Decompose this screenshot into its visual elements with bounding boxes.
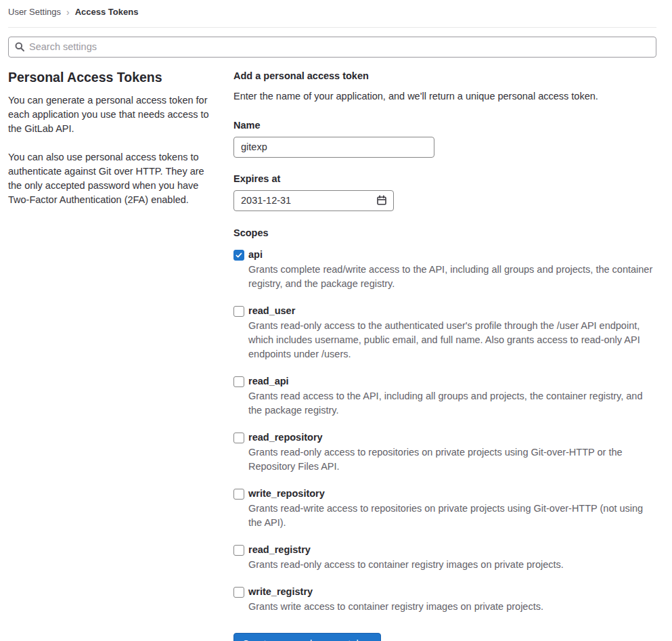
scope-checkbox[interactable] — [233, 250, 244, 261]
expires-at-field — [233, 190, 394, 211]
description-paragraph: You can also use personal access tokens … — [8, 150, 211, 207]
scope-label[interactable]: api — [248, 248, 656, 262]
scope-checkbox[interactable] — [233, 587, 244, 598]
expires-at-label: Expires at — [233, 172, 656, 186]
scope-checkbox[interactable] — [233, 489, 244, 500]
scope-label[interactable]: write_registry — [248, 585, 656, 599]
form-subtitle: Enter the name of your application, and … — [233, 89, 656, 104]
scope-item: read_registry Grants read-only access to… — [233, 543, 656, 572]
search-icon — [14, 41, 25, 52]
scope-label[interactable]: write_repository — [248, 487, 656, 501]
breadcrumb-access-tokens: Access Tokens — [75, 6, 139, 19]
scope-checkbox[interactable] — [233, 376, 244, 387]
expires-at-input[interactable] — [233, 190, 394, 211]
scope-checkbox[interactable] — [233, 545, 244, 556]
scope-checkbox[interactable] — [233, 306, 244, 317]
scope-label[interactable]: read_user — [248, 304, 656, 318]
scope-description: Grants complete read/write access to the… — [248, 263, 656, 291]
scope-label[interactable]: read_registry — [248, 543, 656, 557]
settings-search — [8, 37, 656, 58]
scope-description: Grants read-only access to the authentic… — [248, 319, 656, 361]
scope-item: read_api Grants read access to the API, … — [233, 374, 656, 418]
scope-item: api Grants complete read/write access to… — [233, 248, 656, 291]
scope-label[interactable]: read_api — [248, 374, 656, 389]
search-input[interactable] — [8, 37, 656, 58]
scope-checkbox[interactable] — [233, 433, 244, 443]
scope-description: Grants read-write access to repositories… — [248, 502, 656, 530]
description-paragraph: You can generate a personal access token… — [8, 93, 211, 136]
scope-item: read_repository Grants read-only access … — [233, 430, 656, 474]
token-form: Add a personal access token Enter the na… — [233, 69, 656, 641]
breadcrumb-separator-icon: › — [66, 7, 70, 17]
scope-description: Grants write access to container registr… — [248, 600, 656, 614]
name-input[interactable] — [233, 137, 434, 158]
name-label: Name — [233, 118, 656, 133]
scope-item: write_registry Grants write access to co… — [233, 585, 656, 614]
section-description: Personal Access Tokens You can generate … — [8, 69, 211, 641]
header-divider — [8, 27, 656, 28]
page-title: Personal Access Tokens — [8, 69, 211, 85]
scope-description: Grants read access to the API, including… — [248, 389, 656, 418]
scope-item: write_repository Grants read-write acces… — [233, 487, 656, 530]
scopes-list: api Grants complete read/write access to… — [233, 248, 656, 614]
scope-description: Grants read-only access to repositories … — [248, 445, 656, 474]
scope-label[interactable]: read_repository — [248, 430, 656, 445]
breadcrumb-user-settings[interactable]: User Settings — [8, 6, 61, 19]
scope-item: read_user Grants read-only access to the… — [233, 304, 656, 361]
form-title: Add a personal access token — [233, 69, 656, 83]
create-token-button[interactable]: Create personal access token — [233, 633, 381, 641]
breadcrumb: User Settings › Access Tokens — [8, 0, 656, 27]
scopes-label: Scopes — [233, 226, 656, 240]
checkmark-icon — [235, 251, 243, 259]
scope-description: Grants read-only access to container reg… — [248, 558, 656, 572]
content-columns: Personal Access Tokens You can generate … — [8, 69, 656, 641]
settings-page: User Settings › Access Tokens Personal A… — [0, 0, 672, 641]
